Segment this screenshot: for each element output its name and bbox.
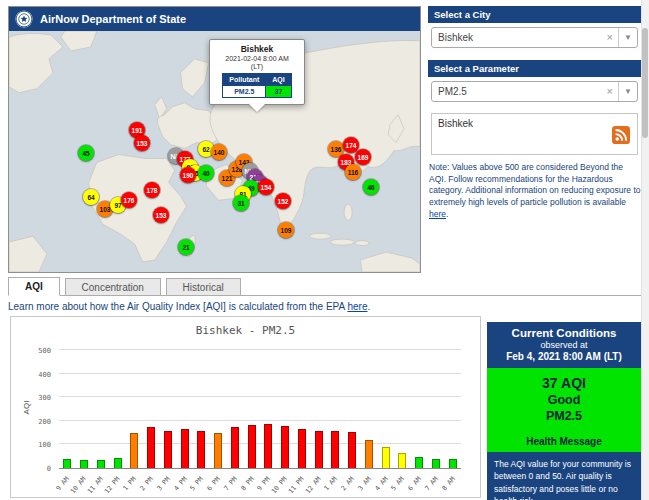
- city-select-value: Bishkek: [438, 32, 473, 43]
- aqi-category: Good: [491, 393, 637, 407]
- chart-bar[interactable]: [415, 457, 423, 468]
- chart-y-tick: 0: [19, 465, 51, 473]
- chart-bar[interactable]: [298, 429, 306, 468]
- chart-bar[interactable]: [63, 459, 71, 468]
- aqi-marker[interactable]: 154: [258, 179, 274, 195]
- app-title: AirNow Department of State: [40, 13, 186, 25]
- chart-bar[interactable]: [231, 427, 239, 468]
- aqi-marker[interactable]: 178: [144, 182, 160, 198]
- aqi-marker[interactable]: 46: [363, 179, 379, 195]
- chart-y-tick: 500: [19, 347, 51, 355]
- note-here-link[interactable]: here: [429, 209, 446, 219]
- chart-gridline: [59, 443, 461, 444]
- select-city-header: Select a City: [428, 6, 641, 23]
- popup-datetime: 2021-02-04 8:00 AM: [213, 55, 301, 62]
- chart-bar[interactable]: [449, 459, 457, 468]
- aqi-value: 37 AQI: [491, 375, 637, 391]
- observed-datetime: Feb 4, 2021 8:00 AM (LT): [491, 351, 637, 362]
- aqi-marker[interactable]: 45: [78, 145, 94, 161]
- chart-bar[interactable]: [80, 460, 88, 468]
- chart-gridline: [59, 396, 461, 397]
- tab-historical[interactable]: Historical: [166, 278, 241, 296]
- learn-more-text: Learn more about how the Air Quality Ind…: [8, 301, 347, 312]
- parameter-select-value: PM2.5: [438, 86, 467, 97]
- aqi-summary-box: 37 AQI Good PM2.5 Health Message: [487, 368, 641, 452]
- world-map[interactable]: 45191153641039717617815321N/A17796951904…: [9, 31, 420, 272]
- aqi-marker[interactable]: 153: [134, 135, 150, 151]
- aqi-marker[interactable]: 140: [211, 144, 227, 160]
- rss-feed-box: Bishkek: [431, 113, 638, 155]
- chart-bar[interactable]: [197, 431, 205, 468]
- aqi-marker[interactable]: 116: [345, 164, 361, 180]
- tab-bar: AQI Concentration Historical: [8, 277, 641, 296]
- tab-aqi[interactable]: AQI: [8, 277, 60, 296]
- learn-more-line: Learn more about how the Air Quality Ind…: [8, 301, 370, 312]
- chart-title: Bishkek - PM2.5: [11, 324, 480, 337]
- chevron-down-icon[interactable]: ▼: [618, 82, 637, 101]
- clear-city-icon[interactable]: ×: [607, 28, 613, 47]
- tab-concentration[interactable]: Concentration: [65, 278, 161, 296]
- learn-more-period: .: [367, 301, 370, 312]
- chart-y-tick: 200: [19, 418, 51, 426]
- health-message-text: The AQI value for your community is betw…: [487, 452, 641, 500]
- popup-col-pollutant: Pollutant: [223, 74, 266, 86]
- chart-bar[interactable]: [97, 460, 105, 468]
- chart-bar[interactable]: [214, 433, 222, 468]
- clear-parameter-icon[interactable]: ×: [607, 82, 613, 101]
- chart-bar[interactable]: [331, 431, 339, 468]
- popup-lt: (LT): [213, 63, 301, 70]
- chart-bar[interactable]: [382, 447, 390, 468]
- aqi-marker[interactable]: 176: [121, 192, 137, 208]
- chart-y-axis: 0100200300400500: [23, 351, 55, 469]
- chart-y-tick: 100: [19, 441, 51, 449]
- city-select[interactable]: Bishkek × ▼: [431, 27, 638, 48]
- chart-bar[interactable]: [365, 440, 373, 468]
- popup-arrow: [249, 104, 265, 112]
- aqi-marker[interactable]: 64: [83, 189, 99, 205]
- parameter-select[interactable]: PM2.5 × ▼: [431, 81, 638, 102]
- chart-bar[interactable]: [398, 453, 406, 468]
- aqi-marker[interactable]: 190: [180, 167, 196, 183]
- current-conditions-title: Current Conditions: [491, 327, 637, 339]
- select-parameter-header: Select a Parameter: [428, 60, 641, 77]
- rss-icon[interactable]: [612, 126, 630, 144]
- chart-gridline: [59, 420, 461, 421]
- chart-bar[interactable]: [432, 459, 440, 468]
- chart-bar[interactable]: [264, 424, 272, 468]
- observed-at-label: observed at: [491, 340, 637, 350]
- map-panel: AirNow Department of State: [8, 6, 421, 273]
- aqi-marker[interactable]: 169: [355, 149, 371, 165]
- map-header: AirNow Department of State: [9, 7, 420, 31]
- aqi-marker[interactable]: 153: [153, 207, 169, 223]
- aqi-marker[interactable]: 31: [233, 195, 249, 211]
- beyond-aqi-note: Note: Values above 500 are considered Be…: [429, 162, 641, 221]
- popup-pollutant: PM2.5: [223, 86, 266, 98]
- aqi-marker[interactable]: 152: [275, 193, 291, 209]
- note-period: .: [446, 209, 448, 219]
- popup-table: Pollutant AQI PM2.5 37: [222, 73, 291, 98]
- current-conditions-panel: Current Conditions observed at Feb 4, 20…: [487, 322, 641, 498]
- chart-bar[interactable]: [248, 425, 256, 468]
- chart-bar[interactable]: [181, 429, 189, 468]
- chart-bar[interactable]: [130, 433, 138, 468]
- health-message-heading: Health Message: [491, 436, 637, 447]
- aqi-marker[interactable]: 109: [278, 222, 294, 238]
- current-conditions-header: Current Conditions observed at Feb 4, 20…: [487, 322, 641, 368]
- chart-bar[interactable]: [147, 427, 155, 468]
- aqi-marker[interactable]: 40: [198, 165, 214, 181]
- chart-y-tick: 300: [19, 394, 51, 402]
- chart-bar[interactable]: [114, 458, 122, 468]
- scrollbar-thumb[interactable]: [642, 28, 648, 138]
- chart-bar[interactable]: [315, 431, 323, 468]
- chart-bar[interactable]: [348, 432, 356, 468]
- chart-bar[interactable]: [281, 426, 289, 468]
- aqi-marker[interactable]: 21: [178, 239, 194, 255]
- chart-bar[interactable]: [164, 431, 172, 468]
- learn-more-here-link[interactable]: here: [347, 301, 367, 312]
- map-popup: Bishkek 2021-02-04 8:00 AM (LT) Pollutan…: [209, 39, 305, 105]
- rss-city-label: Bishkek: [438, 118, 473, 129]
- chart-gridline: [59, 373, 461, 374]
- scrollbar-track: [641, 0, 649, 500]
- popup-city: Bishkek: [213, 44, 301, 54]
- chevron-down-icon[interactable]: ▼: [618, 28, 637, 47]
